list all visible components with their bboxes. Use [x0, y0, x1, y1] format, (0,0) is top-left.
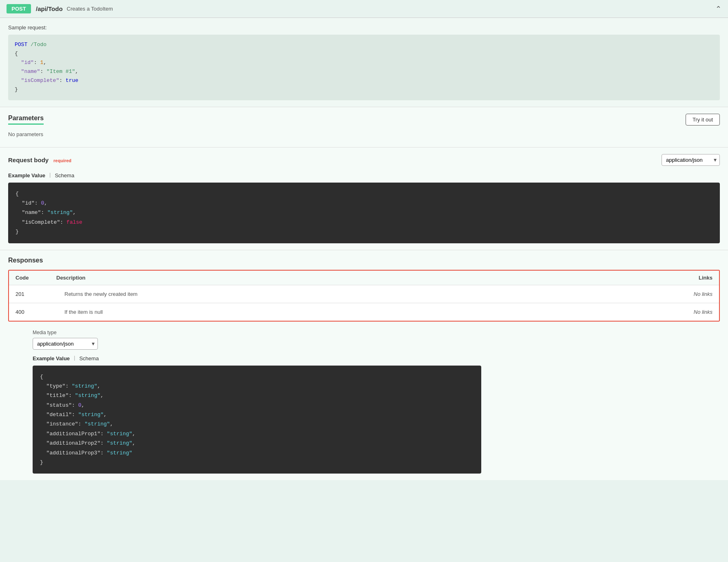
response-code-block: { "type": "string", "title": "string", "… [33, 366, 481, 474]
example-schema-tabs: Example Value | Schema [8, 172, 720, 179]
top-bar: POST /api/Todo Creates a TodoItem ⌃ [0, 0, 728, 18]
media-type-select[interactable]: application/json text/json [33, 338, 98, 350]
rb-iscomplete-line: "isComplete": false [15, 218, 713, 227]
resp-status-line: "status": 0, [40, 401, 474, 410]
required-badge: required [53, 158, 71, 163]
resp-brace-close: } [40, 458, 474, 467]
endpoint-description: Creates a TodoItem [67, 6, 113, 12]
responses-section: Responses Code Description Links 201 Ret… [0, 250, 728, 480]
responses-table-header: Code Description Links [9, 271, 719, 285]
code-path: /Todo [31, 42, 46, 48]
code-id-line: "id": 1, [15, 58, 713, 67]
code-brace-open: { [15, 49, 713, 58]
request-body-title-group: Request body required [8, 156, 71, 163]
parameters-section: Parameters Try it out No parameters [0, 107, 728, 147]
resp-type-line: "type": "string", [40, 381, 474, 391]
responses-table: Code Description Links 201 Returns the n… [8, 270, 720, 322]
resp-prop3-line: "additionalProp3": "string" [40, 448, 474, 458]
media-type-select-wrapper[interactable]: application/json text/json [33, 338, 98, 350]
code-iscomplete-line: "isComplete": true [15, 76, 713, 85]
response-desc-201: Returns the newly created item [56, 291, 664, 297]
parameters-header: Parameters Try it out [8, 114, 720, 126]
response-links-201: No links [664, 291, 713, 297]
responses-title: Responses [8, 257, 720, 264]
request-body-title: Request body [8, 156, 49, 163]
no-parameters-text: No parameters [8, 128, 720, 141]
collapse-button[interactable]: ⌃ [715, 4, 721, 13]
response-code-400: 400 [15, 309, 56, 315]
response-schema-tab[interactable]: Schema [79, 355, 99, 362]
col-desc-header: Description [56, 275, 664, 281]
parameters-title: Parameters [8, 115, 44, 125]
try-it-out-button[interactable]: Try it out [686, 114, 720, 126]
response-code-201: 201 [15, 291, 56, 297]
content-type-select-wrapper[interactable]: application/json text/json application/*… [662, 154, 720, 166]
media-type-label: Media type [33, 330, 720, 335]
schema-tab[interactable]: Schema [55, 172, 74, 179]
rb-brace-close: } [15, 227, 713, 236]
resp-prop1-line: "additionalProp1": "string", [40, 429, 474, 439]
resp-title-line: "title": "string", [40, 391, 474, 400]
rb-name-line: "name": "string", [15, 208, 713, 217]
resp-prop2-line: "additionalProp2": "string", [40, 439, 474, 448]
response-desc-400: If the item is null [56, 309, 664, 315]
resp-instance-line: "instance": "string", [40, 419, 474, 429]
content-type-select[interactable]: application/json text/json application/*… [662, 154, 720, 166]
response-row-400: 400 If the item is null No links [9, 303, 719, 321]
sample-request-code: POST /Todo { "id": 1, "name": "Item #1",… [8, 35, 720, 100]
sample-request-section: Sample request: POST /Todo { "id": 1, "n… [0, 18, 728, 107]
response-example-value-tab[interactable]: Example Value [33, 355, 70, 362]
code-brace-close: } [15, 85, 713, 94]
col-links-header: Links [664, 275, 713, 281]
request-body-header: Request body required application/json t… [8, 154, 720, 166]
request-body-code: { "id": 0, "name": "string", "isComplete… [8, 183, 720, 243]
response-links-400: No links [664, 309, 713, 315]
sample-request-label: Sample request: [8, 24, 720, 31]
request-body-section: Request body required application/json t… [0, 147, 728, 250]
resp-brace-open: { [40, 372, 474, 381]
code-method: POST [15, 42, 27, 48]
code-name-line: "name": "Item #1", [15, 67, 713, 76]
resp-detail-line: "detail": "string", [40, 410, 474, 419]
response-row-201: 201 Returns the newly created item No li… [9, 285, 719, 303]
method-badge: POST [7, 4, 31, 13]
response-media-type-area: Media type application/json text/json Ex… [8, 330, 720, 474]
col-code-header: Code [15, 275, 56, 281]
example-value-tab[interactable]: Example Value [8, 172, 45, 179]
rb-id-line: "id": 0, [15, 198, 713, 208]
response-example-schema-tabs: Example Value | Schema [33, 355, 720, 362]
rb-brace-open: { [15, 189, 713, 198]
endpoint-path: /api/Todo [36, 5, 63, 12]
